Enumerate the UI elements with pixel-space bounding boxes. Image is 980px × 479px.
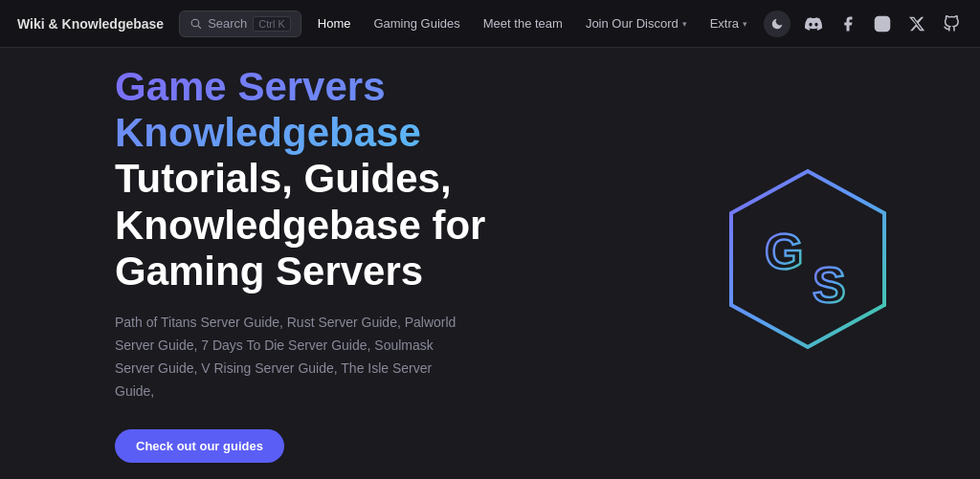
discord-icon — [805, 15, 822, 33]
facebook-icon — [839, 15, 857, 33]
hero-title: Game Servers Knowledgebase Tutorials, Gu… — [115, 64, 612, 294]
site-title: Wiki & Knowledgebase — [17, 16, 164, 32]
search-label: Search — [208, 16, 247, 31]
moon-icon — [770, 17, 784, 31]
brand-logo-icon: G S — [717, 163, 899, 364]
navbar-right — [764, 11, 963, 37]
svg-text:S: S — [813, 257, 846, 313]
logo-container: G S — [712, 159, 903, 369]
hero-subtitle: Path of Titans Server Guide, Rust Server… — [115, 312, 459, 403]
svg-text:G: G — [765, 224, 803, 279]
theme-toggle-button[interactable] — [764, 11, 791, 37]
hero-content: Game Servers Knowledgebase Tutorials, Gu… — [115, 64, 612, 464]
x-twitter-icon — [908, 15, 925, 33]
svg-point-0 — [191, 19, 199, 27]
instagram-icon — [874, 15, 891, 33]
navbar-center: Home Gaming Guides Meet the team Join Ou… — [318, 16, 747, 31]
search-icon — [189, 17, 202, 30]
navbar: Wiki & Knowledgebase Search Ctrl K Home … — [0, 0, 980, 48]
nav-link-extra[interactable]: Extra ▾ — [710, 16, 747, 31]
svg-point-3 — [880, 21, 885, 27]
github-icon — [943, 15, 960, 33]
instagram-icon-button[interactable] — [871, 12, 894, 35]
hero-logo: G S — [712, 159, 903, 369]
discord-icon-button[interactable] — [802, 12, 825, 35]
hero-title-gradient: Game Servers Knowledgebase — [115, 64, 421, 155]
nav-link-home[interactable]: Home — [318, 16, 351, 31]
facebook-icon-button[interactable] — [836, 12, 859, 35]
navbar-left: Wiki & Knowledgebase Search Ctrl K — [17, 11, 301, 37]
search-button[interactable]: Search Ctrl K — [179, 11, 301, 37]
chevron-down-icon: ▾ — [682, 19, 687, 29]
nav-link-discord[interactable]: Join Our Discord ▾ — [586, 16, 687, 31]
twitter-icon-button[interactable] — [905, 12, 928, 35]
svg-line-1 — [198, 26, 201, 29]
search-shortcut: Ctrl K — [253, 16, 291, 32]
github-icon-button[interactable] — [940, 12, 963, 35]
nav-link-meet-team[interactable]: Meet the team — [483, 16, 563, 31]
nav-link-gaming-guides[interactable]: Gaming Guides — [373, 16, 459, 31]
svg-point-4 — [885, 19, 887, 21]
hero-title-white: Tutorials, Guides, Knowledgebase for Gam… — [115, 156, 612, 294]
cta-button[interactable]: Check out our guides — [115, 429, 284, 463]
chevron-down-icon: ▾ — [743, 19, 747, 29]
hero-section: Game Servers Knowledgebase Tutorials, Gu… — [0, 48, 980, 479]
